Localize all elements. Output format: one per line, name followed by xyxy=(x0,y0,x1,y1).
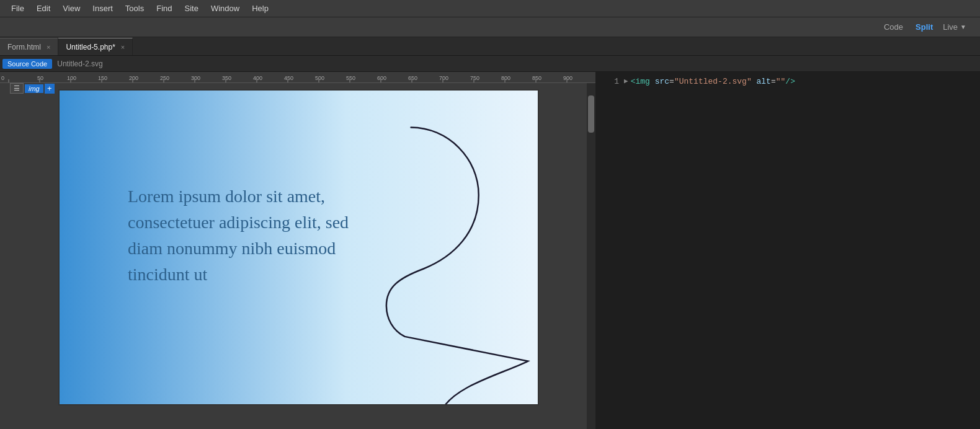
view-toolbar: Code Split Live ▼ xyxy=(0,17,980,37)
svg-text:0: 0 xyxy=(1,75,4,81)
code-panel: 1 ▶ <img src = "Untitled-2.svg" alt = ""… xyxy=(595,72,980,429)
svg-text:800: 800 xyxy=(501,75,510,81)
tab-form-html[interactable]: Form.html × xyxy=(0,38,58,55)
split-view-button[interactable]: Split xyxy=(909,20,939,34)
svg-text:750: 750 xyxy=(470,75,479,81)
svg-text:700: 700 xyxy=(439,75,448,81)
svg-text:850: 850 xyxy=(532,75,541,81)
tag-label: img xyxy=(25,84,43,93)
tab-close-form[interactable]: × xyxy=(47,43,50,51)
tag-plus-button[interactable]: + xyxy=(45,84,55,94)
tabs-bar: Form.html × Untitled-5.php* × xyxy=(0,37,980,56)
menu-view[interactable]: View xyxy=(56,1,86,15)
vertical-scrollbar[interactable] xyxy=(587,83,595,429)
svg-text:350: 350 xyxy=(222,75,231,81)
svg-text:400: 400 xyxy=(253,75,262,81)
menu-site[interactable]: Site xyxy=(178,1,204,15)
breadcrumb: Untitled-2.svg xyxy=(57,60,102,68)
menu-find[interactable]: Find xyxy=(150,1,178,15)
code-tag-img-open: <img xyxy=(631,77,650,86)
svg-text:100: 100 xyxy=(67,75,76,81)
left-ruler xyxy=(0,83,9,429)
code-attr-src: src xyxy=(655,77,669,86)
code-line-1: 1 ▶ <img src = "Untitled-2.svg" alt = ""… xyxy=(595,77,980,89)
tab-untitled-5-php[interactable]: Untitled-5.php* × xyxy=(58,38,133,55)
svg-text:600: 600 xyxy=(377,75,386,81)
code-content: 1 ▶ <img src = "Untitled-2.svg" alt = ""… xyxy=(595,72,980,429)
menu-edit[interactable]: Edit xyxy=(30,1,56,15)
menu-tools[interactable]: Tools xyxy=(119,1,150,15)
svg-text:650: 650 xyxy=(408,75,417,81)
ruler: 0 50 100 150 200 250 300 350 400 xyxy=(0,72,595,83)
code-view-button[interactable]: Code xyxy=(878,20,909,34)
sub-toolbar: Source Code Untitled-2.svg xyxy=(0,56,980,72)
scrollbar-thumb[interactable] xyxy=(588,95,594,133)
live-view-button[interactable]: Live ▼ xyxy=(939,20,970,34)
main-area: 0 50 100 150 200 250 300 350 400 xyxy=(0,72,980,429)
line-number-1: 1 xyxy=(600,77,619,86)
menubar: File Edit View Insert Tools Find Site Wi… xyxy=(0,0,980,17)
tag-menu-button[interactable]: ☰ xyxy=(10,83,24,94)
menu-file[interactable]: File xyxy=(5,1,30,15)
svg-text:900: 900 xyxy=(563,75,572,81)
code-val-src: "Untitled-2.svg" xyxy=(674,77,752,86)
svg-text:50: 50 xyxy=(37,75,43,81)
code-tag-img-close: /> xyxy=(785,77,795,86)
svg-text:250: 250 xyxy=(160,75,169,81)
svg-text:200: 200 xyxy=(129,75,138,81)
svg-drawing xyxy=(60,91,538,404)
svg-preview: Lorem ipsum dolor sit amet, consectetuer… xyxy=(58,89,539,405)
menu-insert[interactable]: Insert xyxy=(86,1,119,15)
source-code-button[interactable]: Source Code xyxy=(2,59,52,69)
menu-help[interactable]: Help xyxy=(246,1,275,15)
live-dropdown-arrow: ▼ xyxy=(960,24,966,30)
design-panel: 0 50 100 150 200 250 300 350 400 xyxy=(0,72,595,429)
code-attr-alt: alt xyxy=(757,77,771,86)
svg-text:150: 150 xyxy=(98,75,107,81)
tag-indicator: ☰ img + xyxy=(10,83,55,94)
svg-text:300: 300 xyxy=(191,75,200,81)
svg-text:550: 550 xyxy=(346,75,355,81)
svg-text:500: 500 xyxy=(315,75,324,81)
line-arrow-1: ▶ xyxy=(624,77,628,85)
code-val-alt: "" xyxy=(776,77,786,86)
svg-text:450: 450 xyxy=(284,75,293,81)
design-scroll[interactable]: Lorem ipsum dolor sit amet, consectetuer… xyxy=(0,83,595,429)
tab-close-untitled5[interactable]: × xyxy=(121,43,125,51)
menu-window[interactable]: Window xyxy=(205,1,246,15)
canvas-area: Lorem ipsum dolor sit amet, consectetuer… xyxy=(9,83,587,412)
ruler-svg: 0 50 100 150 200 250 300 350 400 xyxy=(0,72,595,83)
